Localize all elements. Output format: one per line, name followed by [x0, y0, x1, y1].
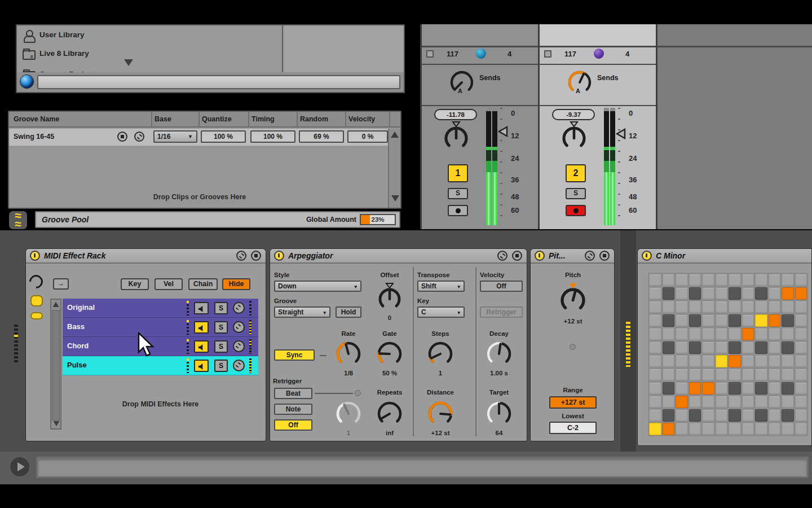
device-power-icon[interactable] — [642, 251, 652, 261]
scale-cell[interactable] — [755, 382, 767, 395]
scale-cell[interactable] — [755, 423, 767, 435]
scale-cell[interactable] — [742, 314, 754, 327]
browser-item-live8-library[interactable]: 8 Live 8 Library — [17, 45, 282, 64]
scale-cell[interactable] — [702, 382, 714, 395]
scroll-down-icon[interactable] — [53, 421, 59, 426]
scale-cell[interactable] — [716, 355, 728, 367]
scale-cell[interactable] — [716, 314, 728, 327]
scale-cell[interactable] — [742, 369, 754, 381]
tempo-value[interactable]: 117 — [564, 50, 576, 58]
chain-solo-button[interactable]: S — [214, 340, 228, 353]
device-title-bar[interactable]: MIDI Effect Rack — [26, 249, 266, 264]
browser-item-user-library[interactable]: User Library — [17, 27, 282, 45]
arm-button[interactable] — [448, 205, 468, 216]
scale-cell[interactable] — [795, 382, 807, 395]
time-signature[interactable]: 4 — [508, 50, 511, 58]
chain-row-original[interactable]: OriginalS — [63, 299, 258, 318]
chain-solo-button[interactable]: S — [214, 360, 228, 372]
scale-cell[interactable] — [782, 409, 794, 422]
scale-cell[interactable] — [755, 274, 767, 286]
scale-cell[interactable] — [689, 274, 701, 286]
scale-cell[interactable] — [649, 423, 661, 435]
style-dropdown[interactable]: ▼Down — [274, 281, 361, 292]
scroll-up-icon[interactable] — [52, 302, 59, 307]
hotswap-icon[interactable] — [497, 251, 508, 261]
chain-row-bass[interactable]: BassS — [63, 318, 258, 337]
drop-midi-effects-zone[interactable]: Drop MIDI Effects Here — [63, 400, 258, 408]
global-amount-slider[interactable]: 23% — [360, 214, 396, 225]
scale-cell[interactable] — [663, 274, 675, 286]
scrollbar-thumb[interactable] — [52, 310, 60, 421]
device-power-icon[interactable] — [274, 251, 284, 261]
scale-cell[interactable] — [795, 409, 807, 422]
scale-cell[interactable] — [716, 328, 728, 340]
scale-cell[interactable] — [676, 314, 688, 327]
device-power-icon[interactable] — [30, 251, 40, 261]
scale-cell[interactable] — [742, 301, 754, 313]
scale-cell[interactable] — [742, 409, 754, 422]
scale-cell[interactable] — [782, 287, 794, 300]
commit-groove-icon[interactable] — [117, 132, 127, 142]
sync-button[interactable]: Sync — [274, 349, 315, 361]
scale-cell[interactable] — [755, 409, 767, 422]
hotswap-groove-icon[interactable] — [134, 132, 144, 142]
volume-fader-handle[interactable] — [616, 128, 626, 139]
scale-cell[interactable] — [729, 396, 741, 408]
scale-cell[interactable] — [755, 355, 767, 367]
groove-row[interactable]: Swing 16-45 ▼1/16 100 % 100 % 69 % 0 % — [9, 129, 389, 146]
scale-cell[interactable] — [649, 382, 661, 395]
scale-cell[interactable] — [716, 274, 728, 286]
scale-cell[interactable] — [649, 274, 661, 286]
hotswap-icon[interactable] — [585, 251, 595, 261]
scale-cell[interactable] — [795, 423, 807, 435]
quantize-value[interactable]: 100 % — [201, 130, 246, 143]
scale-cell[interactable] — [795, 396, 807, 408]
repeats-knob[interactable] — [376, 400, 403, 427]
scale-cell[interactable] — [742, 328, 754, 340]
pan-knob[interactable] — [559, 121, 589, 152]
volume-fader-handle[interactable] — [498, 126, 508, 137]
scale-cell[interactable] — [742, 396, 754, 408]
chevron-down-icon[interactable] — [124, 59, 133, 66]
scale-cell[interactable] — [716, 396, 728, 408]
scale-cell[interactable] — [702, 355, 714, 367]
scale-cell[interactable] — [769, 328, 781, 340]
scale-cell[interactable] — [649, 314, 661, 327]
retrigger-count-knob[interactable] — [335, 400, 362, 427]
scale-cell[interactable] — [769, 409, 781, 422]
device-title-bar[interactable]: Arpeggiator — [270, 249, 527, 264]
scale-cell[interactable] — [742, 355, 754, 367]
scale-cell[interactable] — [769, 314, 781, 327]
scale-cell[interactable] — [702, 369, 714, 381]
clip-slot[interactable] — [540, 24, 656, 46]
scale-cell[interactable] — [795, 355, 807, 367]
key-button[interactable]: Key — [121, 278, 149, 290]
pitch-knob[interactable] — [557, 283, 589, 314]
track-activator-button[interactable]: 2 — [566, 164, 586, 182]
solo-button[interactable]: S — [448, 188, 468, 199]
scale-cell[interactable] — [755, 301, 767, 313]
clip-stop-button[interactable] — [426, 50, 434, 58]
chain-hotswap-button[interactable] — [233, 360, 245, 371]
scale-cell[interactable] — [755, 287, 767, 300]
scale-cell[interactable] — [729, 369, 741, 381]
scale-cell[interactable] — [663, 409, 675, 422]
scale-cell[interactable] — [663, 382, 675, 395]
random-value[interactable]: 69 % — [299, 130, 344, 143]
scale-cell[interactable] — [689, 409, 701, 422]
scale-cell[interactable] — [689, 369, 701, 381]
scale-cell[interactable] — [716, 423, 728, 435]
scale-cell[interactable] — [663, 314, 675, 327]
scale-cell[interactable] — [782, 314, 794, 327]
hotswap-icon[interactable] — [236, 251, 246, 261]
scale-cell[interactable] — [769, 396, 781, 408]
scale-cell[interactable] — [676, 369, 688, 381]
scale-cell[interactable] — [729, 341, 741, 354]
lowest-value-box[interactable]: C-2 — [549, 422, 597, 434]
chain-speaker-button[interactable] — [194, 340, 209, 353]
chain-list-scrollbar[interactable] — [50, 299, 61, 430]
scale-cell[interactable] — [716, 382, 728, 395]
play-button[interactable] — [10, 457, 29, 476]
scale-cell[interactable] — [716, 301, 728, 313]
decay-knob[interactable] — [486, 340, 513, 367]
